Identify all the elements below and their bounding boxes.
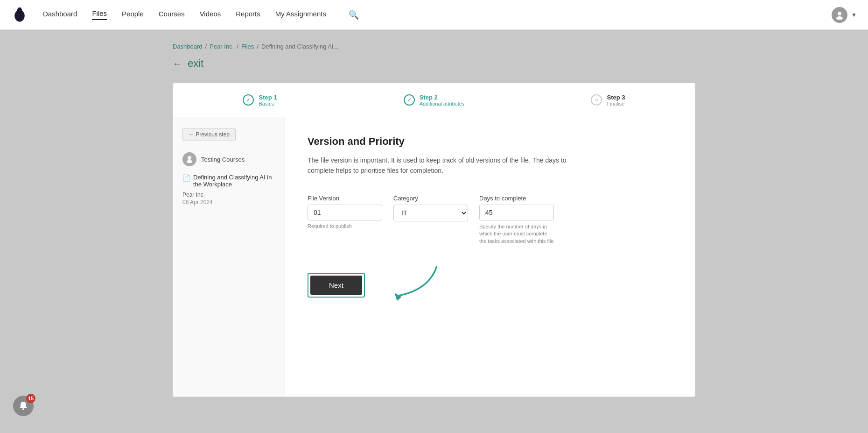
svg-point-5 bbox=[187, 160, 192, 163]
days-group: Days to complete Specify the number of d… bbox=[479, 195, 554, 245]
nav-courses[interactable]: Courses bbox=[159, 10, 185, 20]
file-version-note: Required to publish bbox=[308, 223, 382, 229]
category-group: Category IT HR Finance Operations Genera… bbox=[393, 195, 468, 221]
next-btn-area: Next bbox=[308, 273, 672, 298]
nav-videos[interactable]: Videos bbox=[200, 10, 221, 20]
nav-dashboard[interactable]: Dashboard bbox=[43, 10, 77, 20]
notification-count: 15 bbox=[26, 394, 35, 403]
svg-point-3 bbox=[836, 16, 843, 20]
file-version-input[interactable] bbox=[308, 205, 382, 220]
breadcrumb-current: Defining and Classifying AI... bbox=[261, 43, 338, 50]
sidebar-file-name-text: Defining and Classifying AI in the Workp… bbox=[193, 174, 275, 188]
step-1: ✓ Step 1 Basics bbox=[173, 94, 347, 106]
days-label: Days to complete bbox=[479, 195, 554, 202]
svg-point-2 bbox=[838, 12, 841, 15]
breadcrumb-sep-1: / bbox=[205, 43, 207, 50]
breadcrumb-sep-2: / bbox=[237, 43, 238, 50]
step-2-name: Step 2 bbox=[420, 94, 465, 101]
svg-point-1 bbox=[17, 7, 22, 14]
step-1-name: Step 1 bbox=[259, 94, 277, 101]
form-row: File Version Required to publish Categor… bbox=[308, 195, 672, 245]
content-area: ← Previous step Testing Courses 📄 Defini… bbox=[173, 117, 695, 397]
sidebar: ← Previous step Testing Courses 📄 Defini… bbox=[173, 117, 285, 397]
breadcrumb-dashboard[interactable]: Dashboard bbox=[173, 43, 203, 50]
exit-row: ← exit bbox=[173, 57, 695, 70]
notification-icon: 15 bbox=[13, 396, 34, 416]
main-content: Version and Priority The file version is… bbox=[285, 117, 695, 397]
sidebar-file-name: 📄 Defining and Classifying AI in the Wor… bbox=[182, 174, 275, 188]
sidebar-date: 08 Apr 2024 bbox=[182, 199, 275, 206]
nav-links: Dashboard Files People Courses Videos Re… bbox=[43, 9, 832, 20]
search-icon[interactable]: 🔍 bbox=[349, 10, 359, 20]
file-icon: 📄 bbox=[182, 174, 190, 182]
svg-marker-6 bbox=[395, 293, 402, 301]
step-1-icon: ✓ bbox=[243, 94, 254, 106]
exit-label[interactable]: exit bbox=[188, 57, 203, 70]
sidebar-user: Testing Courses bbox=[182, 152, 275, 166]
user-menu[interactable]: ▼ bbox=[832, 7, 857, 23]
days-input[interactable] bbox=[479, 205, 554, 220]
step-3-icon: ○ bbox=[591, 94, 602, 106]
section-title: Version and Priority bbox=[308, 135, 672, 148]
avatar bbox=[832, 7, 847, 23]
sidebar-file-info: 📄 Defining and Classifying AI in the Wor… bbox=[182, 174, 275, 206]
sidebar-avatar bbox=[182, 152, 196, 166]
category-select[interactable]: IT HR Finance Operations General bbox=[393, 205, 468, 221]
next-btn-wrapper: Next bbox=[308, 273, 365, 298]
days-note: Specify the number of days in which the … bbox=[479, 223, 554, 245]
svg-point-7 bbox=[22, 408, 24, 410]
step-2-info: Step 2 Additional attributes bbox=[420, 94, 465, 106]
page-wrapper: Dashboard / Pear Inc. / Files / Defining… bbox=[154, 30, 714, 416]
stepper: ✓ Step 1 Basics ✓ Step 2 Additional attr… bbox=[173, 83, 695, 117]
step-3-info: Step 3 Finalise bbox=[607, 94, 625, 106]
breadcrumb-files[interactable]: Files bbox=[241, 43, 254, 50]
nav-reports[interactable]: Reports bbox=[236, 10, 260, 20]
step-1-sub: Basics bbox=[259, 101, 277, 106]
step-2-icon: ✓ bbox=[404, 94, 415, 106]
nav-my-assignments[interactable]: My Assignments bbox=[275, 10, 326, 20]
step-3-name: Step 3 bbox=[607, 94, 625, 101]
nav-people[interactable]: People bbox=[122, 10, 144, 20]
file-version-label: File Version bbox=[308, 195, 382, 202]
nav-files[interactable]: Files bbox=[92, 9, 107, 20]
breadcrumb-pear-inc[interactable]: Pear Inc. bbox=[210, 43, 234, 50]
step-2: ✓ Step 2 Additional attributes bbox=[347, 94, 521, 106]
svg-point-4 bbox=[188, 156, 191, 160]
chevron-down-icon: ▼ bbox=[851, 12, 857, 18]
logo[interactable] bbox=[11, 7, 28, 23]
arrow-annotation bbox=[364, 259, 448, 305]
breadcrumb: Dashboard / Pear Inc. / Files / Defining… bbox=[173, 43, 695, 50]
sidebar-username: Testing Courses bbox=[201, 156, 245, 163]
step-2-sub: Additional attributes bbox=[420, 101, 465, 106]
breadcrumb-sep-3: / bbox=[257, 43, 259, 50]
navbar: Dashboard Files People Courses Videos Re… bbox=[0, 0, 868, 30]
step-3: ○ Step 3 Finalise bbox=[521, 94, 695, 106]
next-button[interactable]: Next bbox=[310, 276, 362, 295]
back-arrow-icon[interactable]: ← bbox=[173, 58, 182, 69]
step-1-info: Step 1 Basics bbox=[259, 94, 277, 106]
file-version-group: File Version Required to publish bbox=[308, 195, 382, 229]
notification-badge[interactable]: 15 bbox=[13, 396, 37, 420]
section-desc: The file version is important. It is use… bbox=[308, 155, 569, 176]
sidebar-org: Pear Inc. bbox=[182, 192, 275, 198]
category-label: Category bbox=[393, 195, 468, 202]
prev-step-button[interactable]: ← Previous step bbox=[182, 128, 236, 141]
step-3-sub: Finalise bbox=[607, 101, 625, 106]
